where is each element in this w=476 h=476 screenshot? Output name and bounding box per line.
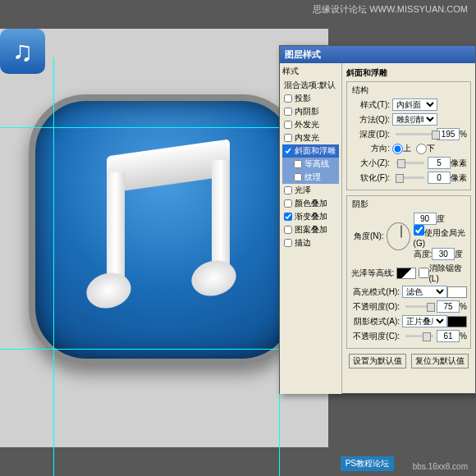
watermark-top: 思缘设计论坛 WWW.MISSYUAN.COM	[313, 3, 468, 16]
structure-label: 结构	[350, 85, 370, 96]
depth-input[interactable]	[437, 128, 460, 140]
checkbox[interactable]	[284, 239, 292, 247]
layer-style-dialog: 图层样式 样式 混合选项:默认 投影 内阴影 外发光 内发光 斜面和浮雕 等高线…	[279, 45, 476, 394]
altitude-input[interactable]	[432, 248, 455, 260]
checkbox[interactable]	[284, 134, 292, 142]
size-label: 大小(Z):	[350, 158, 390, 169]
thumbnail-icon: ♫	[0, 29, 45, 74]
angle-input[interactable]	[414, 213, 437, 225]
panel-title: 斜面和浮雕	[346, 67, 471, 79]
depth-label: 深度(D):	[350, 129, 390, 140]
shadow-opacity-label: 不透明度(C):	[350, 331, 400, 342]
angle-label: 角度(N):	[350, 231, 384, 242]
style-satin[interactable]: 光泽	[282, 184, 339, 197]
style-inner-glow[interactable]: 内发光	[282, 131, 339, 144]
checkbox[interactable]	[284, 199, 292, 208]
direction-label: 方向:	[350, 143, 390, 154]
method-label: 方法(Q):	[350, 114, 390, 126]
global-light-checkbox[interactable]	[414, 225, 424, 236]
shadow-color-swatch[interactable]	[447, 316, 467, 327]
dialog-titlebar[interactable]: 图层样式	[280, 46, 475, 63]
method-select[interactable]: 雕刻清晰	[392, 113, 437, 126]
style-inner-shadow[interactable]: 内阴影	[282, 105, 339, 118]
music-note-icon: ♫	[12, 35, 34, 67]
style-outer-glow[interactable]: 外发光	[282, 118, 339, 131]
watermark-ps-badge: PS教程论坛	[341, 456, 394, 471]
dir-down-radio[interactable]	[416, 144, 427, 154]
dir-up-radio[interactable]	[392, 144, 403, 154]
structure-fieldset: 结构 样式(T):内斜面 方法(Q):雕刻清晰 深度(D):% 方向:上 下 大…	[346, 81, 471, 190]
checkbox[interactable]	[284, 94, 292, 103]
style-drop-shadow[interactable]: 投影	[282, 92, 339, 105]
gloss-contour-picker[interactable]	[396, 268, 415, 279]
checkbox[interactable]	[284, 108, 292, 116]
shadow-mode-label: 阴影模式(A):	[350, 316, 400, 327]
gloss-label: 光泽等高线:	[350, 268, 394, 279]
checkbox[interactable]	[294, 173, 302, 181]
style-select[interactable]: 内斜面	[392, 98, 437, 111]
checkbox[interactable]	[284, 213, 292, 221]
main-icon-artwork	[29, 94, 300, 365]
style-label: 样式(T):	[350, 99, 390, 111]
shadow-opacity-slider[interactable]	[405, 335, 433, 337]
style-texture[interactable]: 纹理	[282, 171, 339, 184]
styles-header: 样式	[282, 66, 339, 77]
size-input[interactable]	[428, 157, 451, 169]
style-color-overlay[interactable]: 颜色叠加	[282, 197, 339, 210]
checkbox[interactable]	[284, 147, 292, 155]
music-note-shape	[90, 148, 238, 312]
hilite-opacity-slider[interactable]	[405, 305, 433, 308]
blend-options-item[interactable]: 混合选项:默认	[282, 79, 339, 92]
shading-label: 阴影	[350, 199, 370, 210]
antialias-checkbox[interactable]	[419, 268, 429, 278]
style-stroke[interactable]: 描边	[282, 236, 339, 249]
hilite-mode-label: 高光模式(H):	[350, 286, 400, 298]
soften-label: 软化(F):	[350, 172, 390, 184]
reset-default-button[interactable]: 复位为默认值	[411, 354, 469, 368]
depth-slider[interactable]	[396, 133, 433, 135]
bevel-panel: 斜面和浮雕 结构 样式(T):内斜面 方法(Q):雕刻清晰 深度(D):% 方向…	[342, 63, 475, 394]
style-bevel-emboss[interactable]: 斜面和浮雕	[282, 144, 339, 158]
shading-fieldset: 阴影 角度(N): 度 使用全局光(G) 高度:度 光泽等高线: 消除锯齿(L)…	[346, 195, 471, 349]
guide-vertical[interactable]	[53, 57, 54, 476]
set-default-button[interactable]: 设置为默认值	[349, 354, 406, 368]
soften-slider[interactable]	[396, 176, 424, 179]
checkbox[interactable]	[284, 226, 292, 234]
hilite-opacity-label: 不透明度(O):	[350, 301, 400, 313]
size-slider[interactable]	[396, 162, 424, 164]
angle-dial[interactable]	[387, 222, 410, 250]
shadow-opacity-input[interactable]	[437, 330, 460, 342]
style-pattern-overlay[interactable]: 图案叠加	[282, 223, 339, 236]
soften-input[interactable]	[428, 172, 451, 184]
styles-list: 样式 混合选项:默认 投影 内阴影 外发光 内发光 斜面和浮雕 等高线 纹理 光…	[280, 63, 342, 394]
shadow-mode-select[interactable]: 正片叠底	[402, 315, 447, 327]
hilite-mode-select[interactable]: 滤色	[402, 286, 447, 298]
hilite-color-swatch[interactable]	[447, 286, 467, 298]
style-contour[interactable]: 等高线	[282, 158, 339, 171]
style-gradient-overlay[interactable]: 渐变叠加	[282, 210, 339, 223]
watermark-bottom: bbs.16xx8.com	[413, 462, 468, 471]
checkbox[interactable]	[294, 160, 302, 168]
checkbox[interactable]	[284, 121, 292, 129]
hilite-opacity-input[interactable]	[437, 300, 460, 313]
checkbox[interactable]	[284, 186, 292, 195]
